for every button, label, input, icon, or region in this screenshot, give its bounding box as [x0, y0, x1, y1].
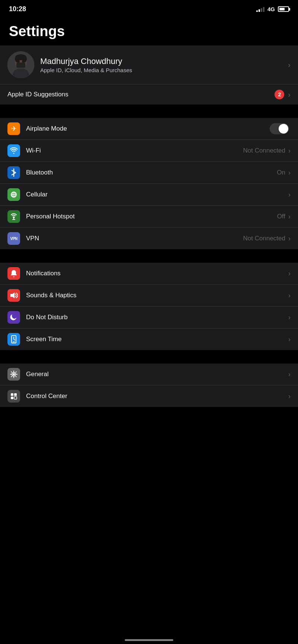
svg-rect-6 — [16, 63, 25, 68]
network-label: 4G — [267, 6, 275, 12]
screen-time-label: Screen Time — [26, 336, 288, 343]
vpn-chevron: › — [288, 235, 291, 243]
control-center-row[interactable]: Control Center › — [0, 385, 298, 407]
cellular-chevron: › — [288, 191, 291, 199]
wifi-value: Not Connected — [243, 147, 285, 154]
profile-name: Madhurjya Chowdhury — [40, 57, 288, 66]
profile-section: Madhurjya Chowdhury Apple ID, iCloud, Me… — [0, 45, 298, 105]
wifi-row[interactable]: Wi-Fi Not Connected › — [0, 140, 298, 162]
general-label: General — [26, 371, 288, 378]
vpn-value: Not Connected — [243, 235, 285, 242]
airplane-mode-label: Airplane Mode — [26, 125, 270, 132]
section-gap-2 — [0, 249, 298, 263]
system-section: General › Control Center › — [0, 363, 298, 407]
status-time: 10:28 — [9, 5, 26, 13]
wifi-chevron: › — [288, 147, 291, 155]
general-icon — [7, 368, 20, 381]
bluetooth-icon — [7, 166, 20, 179]
personal-hotspot-icon — [7, 210, 20, 223]
notifications-row[interactable]: Notifications › — [0, 263, 298, 285]
do-not-disturb-label: Do Not Disturb — [26, 314, 288, 321]
cellular-row[interactable]: Cellular › — [0, 184, 298, 206]
svg-rect-23 — [14, 397, 17, 399]
suggestions-badge: 2 — [275, 90, 284, 99]
battery-icon — [278, 6, 289, 12]
svg-marker-15 — [10, 292, 15, 298]
wifi-label: Wi-Fi — [26, 147, 243, 154]
profile-chevron: › — [288, 61, 291, 69]
airplane-mode-icon: ✈ — [7, 122, 20, 135]
cellular-label: Cellular — [26, 191, 288, 198]
wifi-icon — [7, 144, 20, 157]
settings-header: Settings — [0, 16, 298, 45]
bluetooth-value: On — [277, 169, 285, 176]
section-gap-3 — [0, 350, 298, 363]
avatar — [7, 51, 34, 78]
personal-hotspot-value: Off — [277, 213, 285, 220]
bluetooth-chevron: › — [288, 169, 291, 177]
connectivity-section: ✈ Airplane Mode Wi-Fi Not Connected › Bl… — [0, 118, 298, 249]
svg-point-18 — [13, 373, 15, 375]
notifications-section: Notifications › Sounds & Haptics › Do No… — [0, 263, 298, 350]
screen-time-icon — [7, 333, 20, 346]
svg-point-7 — [18, 60, 20, 63]
cellular-icon — [7, 188, 20, 201]
airplane-mode-toggle[interactable] — [270, 123, 289, 134]
apple-id-suggestions-row[interactable]: Apple ID Suggestions 2 › — [0, 84, 298, 105]
status-bar: 10:28 4G — [0, 0, 298, 16]
section-gap-1 — [0, 105, 298, 118]
screen-time-chevron: › — [288, 336, 291, 343]
personal-hotspot-row[interactable]: Personal Hotspot Off › — [0, 206, 298, 228]
personal-hotspot-label: Personal Hotspot — [26, 213, 277, 220]
do-not-disturb-icon — [7, 311, 20, 324]
notifications-chevron: › — [288, 270, 291, 278]
general-row[interactable]: General › — [0, 363, 298, 385]
airplane-mode-row[interactable]: ✈ Airplane Mode — [0, 118, 298, 140]
status-icons: 4G — [256, 6, 289, 12]
svg-rect-22 — [11, 397, 13, 399]
bluetooth-row[interactable]: Bluetooth On › — [0, 162, 298, 184]
profile-info: Madhurjya Chowdhury Apple ID, iCloud, Me… — [40, 57, 288, 73]
vpn-row[interactable]: VPN VPN Not Connected › — [0, 228, 298, 249]
suggestions-label: Apple ID Suggestions — [7, 91, 275, 98]
vpn-icon: VPN — [7, 232, 20, 245]
personal-hotspot-chevron: › — [288, 213, 291, 221]
profile-row[interactable]: Madhurjya Chowdhury Apple ID, iCloud, Me… — [0, 45, 298, 84]
bottom-padding — [0, 407, 298, 437]
do-not-disturb-chevron: › — [288, 314, 291, 321]
vpn-label: VPN — [26, 235, 243, 242]
do-not-disturb-row[interactable]: Do Not Disturb › — [0, 307, 298, 329]
svg-rect-21 — [14, 393, 17, 396]
page-title: Settings — [9, 23, 289, 39]
screen-time-row[interactable]: Screen Time › — [0, 329, 298, 350]
notifications-label: Notifications — [26, 270, 288, 277]
control-center-icon — [7, 390, 20, 403]
general-chevron: › — [288, 371, 291, 378]
control-center-label: Control Center — [26, 393, 288, 400]
svg-rect-20 — [11, 393, 13, 396]
sounds-haptics-icon — [7, 289, 20, 302]
notifications-icon — [7, 267, 20, 280]
home-indicator — [125, 639, 173, 641]
svg-rect-17 — [13, 342, 15, 342]
svg-point-8 — [22, 60, 24, 63]
profile-subtitle: Apple ID, iCloud, Media & Purchases — [40, 67, 288, 73]
sounds-haptics-label: Sounds & Haptics — [26, 292, 288, 299]
sounds-haptics-row[interactable]: Sounds & Haptics › — [0, 285, 298, 307]
sounds-haptics-chevron: › — [288, 292, 291, 299]
bluetooth-label: Bluetooth — [26, 169, 277, 176]
control-center-chevron: › — [288, 393, 291, 400]
signal-icon — [256, 7, 264, 12]
suggestions-chevron: › — [288, 90, 291, 99]
